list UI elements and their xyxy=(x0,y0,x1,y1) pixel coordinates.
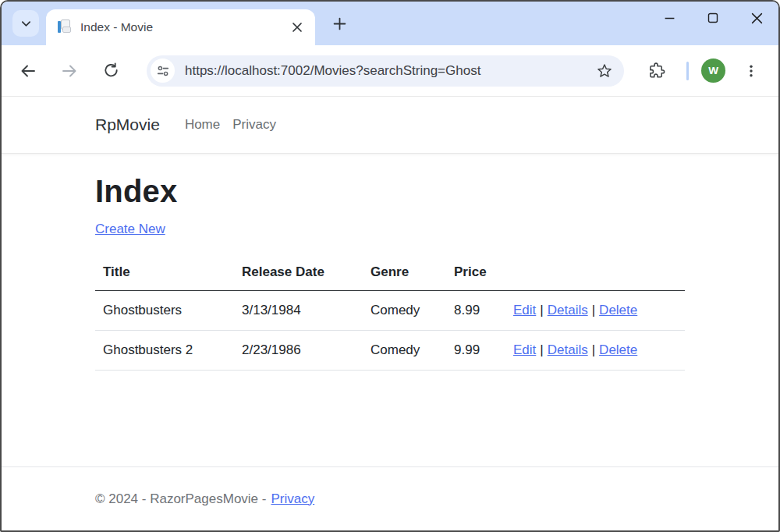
action-separator: | xyxy=(592,342,595,357)
forward-button[interactable] xyxy=(54,55,85,87)
cell-genre: Comedy xyxy=(363,331,446,371)
table-row: Ghostbusters 3/13/1984 Comedy 8.99 Edit|… xyxy=(95,291,685,331)
browser-window: Index - Movie xyxy=(0,0,780,532)
kebab-menu-icon xyxy=(744,64,758,78)
footer-copyright: © 2024 - RazorPagesMovie - xyxy=(95,491,266,507)
cell-price: 9.99 xyxy=(446,331,505,371)
action-separator: | xyxy=(592,303,595,317)
site-navbar: RpMovie Home Privacy xyxy=(2,97,778,154)
minimize-button[interactable] xyxy=(647,2,691,34)
tab-search-button[interactable] xyxy=(12,10,39,37)
edit-link[interactable]: Edit xyxy=(513,342,536,357)
tune-icon xyxy=(156,64,170,78)
header-title: Title xyxy=(95,258,234,291)
header-price: Price xyxy=(446,258,505,291)
toolbar-divider xyxy=(686,62,689,80)
reload-button[interactable] xyxy=(95,55,126,87)
window-controls xyxy=(647,2,778,45)
cell-actions: Edit|Details|Delete xyxy=(505,331,685,371)
close-window-button[interactable] xyxy=(735,2,778,34)
tab-title: Index - Movie xyxy=(80,20,289,34)
cell-release-date: 3/13/1984 xyxy=(234,291,363,331)
close-icon xyxy=(751,12,763,24)
star-icon xyxy=(596,62,613,80)
maximize-button[interactable] xyxy=(691,2,735,34)
reload-icon xyxy=(102,62,120,80)
chevron-down-icon xyxy=(20,18,32,30)
avatar-initial: W xyxy=(708,65,718,76)
browser-menu-button[interactable] xyxy=(738,58,764,84)
browser-tab[interactable]: Index - Movie xyxy=(46,9,315,45)
delete-link[interactable]: Delete xyxy=(599,342,637,357)
minimize-icon xyxy=(664,12,675,24)
url-text[interactable]: https://localhost:7002/Movies?searchStri… xyxy=(185,63,593,79)
movies-table: Title Release Date Genre Price Ghostbust… xyxy=(95,258,685,371)
table-row: Ghostbusters 2 2/23/1986 Comedy 9.99 Edi… xyxy=(95,331,685,371)
page-favicon-icon xyxy=(57,20,73,35)
back-button[interactable] xyxy=(12,55,44,87)
browser-toolbar: https://localhost:7002/Movies?searchStri… xyxy=(2,45,778,97)
main-content: Index Create New Title Release Date Genr… xyxy=(2,154,778,466)
profile-avatar[interactable]: W xyxy=(701,59,725,83)
address-bar[interactable]: https://localhost:7002/Movies?searchStri… xyxy=(147,55,624,87)
arrow-right-icon xyxy=(60,62,79,80)
edit-link[interactable]: Edit xyxy=(513,303,536,317)
table-header-row: Title Release Date Genre Price xyxy=(95,258,685,291)
footer-privacy-link[interactable]: Privacy xyxy=(271,491,314,507)
details-link[interactable]: Details xyxy=(548,342,588,357)
nav-link-home[interactable]: Home xyxy=(179,117,226,133)
nav-link-privacy[interactable]: Privacy xyxy=(226,117,282,133)
new-tab-button[interactable] xyxy=(328,12,351,35)
header-actions xyxy=(505,258,685,291)
header-genre: Genre xyxy=(363,258,446,291)
page-content: RpMovie Home Privacy Index Create New Ti… xyxy=(2,97,778,530)
tab-strip: Index - Movie xyxy=(2,2,778,45)
header-release-date: Release Date xyxy=(234,258,363,291)
cell-release-date: 2/23/1986 xyxy=(234,331,363,371)
tab-close-icon[interactable] xyxy=(289,19,306,36)
extensions-button[interactable] xyxy=(641,55,672,87)
action-separator: | xyxy=(540,303,543,317)
create-new-link[interactable]: Create New xyxy=(95,222,165,237)
action-separator: | xyxy=(540,342,543,357)
brand-link[interactable]: RpMovie xyxy=(95,115,160,134)
maximize-icon xyxy=(707,12,718,23)
bookmark-button[interactable] xyxy=(593,59,616,83)
cell-title: Ghostbusters xyxy=(95,291,234,331)
toolbar-right: W xyxy=(641,55,764,87)
site-footer: © 2024 - RazorPagesMovie - Privacy xyxy=(2,466,778,530)
site-settings-button[interactable] xyxy=(151,59,175,83)
details-link[interactable]: Details xyxy=(548,303,588,317)
page-title: Index xyxy=(95,174,685,209)
delete-link[interactable]: Delete xyxy=(599,303,637,317)
cell-price: 8.99 xyxy=(446,291,505,331)
puzzle-icon xyxy=(648,62,666,80)
cell-title: Ghostbusters 2 xyxy=(95,331,234,371)
cell-genre: Comedy xyxy=(363,291,446,331)
cell-actions: Edit|Details|Delete xyxy=(505,291,685,331)
arrow-left-icon xyxy=(19,62,37,80)
